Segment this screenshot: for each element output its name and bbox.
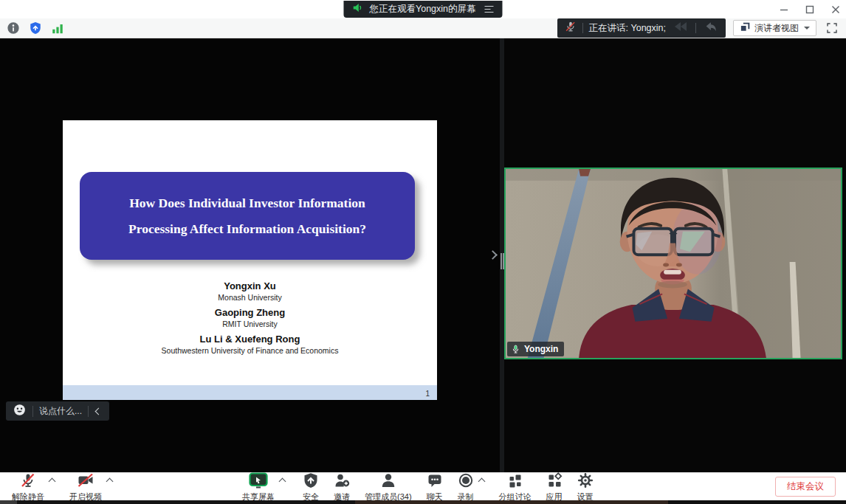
video-options-caret[interactable]: [106, 478, 114, 486]
video-panel: Yongxin: [504, 38, 846, 472]
undo-arrow-icon[interactable]: [702, 20, 718, 36]
settings-button[interactable]: 设置: [576, 472, 595, 501]
participant-video[interactable]: Yongxin: [504, 168, 842, 359]
divider: [32, 406, 33, 417]
banner-menu-icon[interactable]: [485, 6, 494, 13]
collapse-chevron-icon[interactable]: [95, 407, 103, 415]
emoji-smiley-icon[interactable]: [13, 403, 27, 420]
chat-button[interactable]: 聊天: [425, 472, 444, 501]
watching-banner-text: 您正在观看Yongxin的屏幕: [369, 3, 475, 15]
topbar-right: 正在讲话: Yongxin; 演讲者视图: [557, 18, 840, 38]
record-options-caret[interactable]: [478, 478, 485, 486]
divider: [88, 406, 89, 417]
security-button[interactable]: 安全: [301, 472, 320, 501]
start-video-label: 开启视频: [69, 492, 102, 501]
chat-bubble-icon: [427, 472, 443, 491]
end-meeting-button[interactable]: 结束会议: [775, 477, 836, 497]
settings-label: 设置: [577, 492, 594, 501]
invite-label: 邀请: [334, 492, 350, 501]
webcam-scene: [506, 169, 841, 358]
unmute-label: 解除静音: [12, 492, 44, 501]
manage-participants-button[interactable]: 管理成员(34): [363, 472, 413, 501]
security-shield-icon: [303, 472, 319, 491]
divider: [695, 23, 696, 33]
record-label: 录制: [458, 492, 474, 501]
speaking-label: 正在讲话: Yongxin;: [589, 22, 666, 35]
slide-title-line2: Processing Affect Information Acquisitio…: [80, 216, 415, 242]
close-button[interactable]: [830, 4, 840, 14]
author-name: Gaoping Zheng: [63, 306, 437, 319]
main-area: How Does Individual Investor Information…: [0, 38, 846, 472]
chat-label: 聊天: [427, 492, 443, 501]
presentation-slide: How Does Individual Investor Information…: [63, 120, 437, 400]
connection-signal-icon[interactable]: [50, 21, 65, 35]
bottom-toolbar: 解除静音 开启视频 共享屏幕 安全: [0, 472, 846, 500]
expand-panel-chevron[interactable]: [488, 250, 498, 260]
manage-participants-label: 管理成员(34): [365, 492, 412, 501]
desktop-edge-strip: [0, 500, 846, 504]
layout-view-icon: [740, 21, 751, 35]
apps-button[interactable]: 应用: [545, 472, 564, 501]
breakout-rooms-button[interactable]: 分组讨论: [498, 472, 533, 501]
chevron-down-icon: [804, 27, 810, 30]
participant-name-tag: Yongxin: [507, 342, 564, 356]
slide-title-box: How Does Individual Investor Information…: [80, 172, 415, 260]
watching-banner: 您正在观看Yongxin的屏幕: [343, 1, 502, 18]
chat-input-placeholder[interactable]: 说点什么...: [39, 405, 82, 418]
speaker-view-button[interactable]: 演讲者视图: [733, 20, 816, 36]
security-label: 安全: [303, 492, 319, 501]
record-icon: [458, 472, 474, 491]
minimize-button[interactable]: [779, 4, 788, 14]
invite-button[interactable]: 邀请: [332, 472, 351, 501]
share-screen-icon: [249, 472, 268, 491]
record-button[interactable]: 录制: [456, 472, 475, 501]
author-name: Lu Li & Xuefeng Rong: [63, 333, 437, 345]
meeting-info-icon[interactable]: [6, 21, 21, 35]
author-name: Yongxin Xu: [63, 280, 437, 292]
encryption-shield-icon[interactable]: [28, 21, 43, 35]
unmute-button[interactable]: 解除静音: [10, 472, 46, 501]
drag-handle[interactable]: [501, 253, 504, 269]
shared-screen-area: How Does Individual Investor Information…: [0, 38, 500, 472]
meeting-window: 您正在观看Yongxin的屏幕: [0, 0, 846, 504]
rewind-arrows-icon[interactable]: [672, 20, 689, 36]
title-bar: 您正在观看Yongxin的屏幕: [0, 0, 846, 18]
apps-label: 应用: [546, 492, 563, 501]
share-options-caret[interactable]: [279, 478, 286, 486]
fullscreen-icon[interactable]: [824, 20, 840, 36]
quick-chat-pill: 说点什么...: [6, 401, 109, 421]
camera-off-icon: [77, 472, 94, 491]
apps-icon: [546, 472, 563, 491]
slide-authors: Yongxin Xu Monash University Gaoping Zhe…: [63, 277, 437, 356]
breakout-rooms-label: 分组讨论: [499, 492, 532, 501]
active-speaker-indicator: 正在讲话: Yongxin;: [557, 18, 726, 38]
window-controls: [779, 0, 840, 18]
divider: [582, 23, 583, 33]
top-bar: 正在讲话: Yongxin; 演讲者视图: [0, 18, 846, 38]
participants-icon: [380, 472, 396, 491]
mic-icon: [511, 345, 520, 354]
breakout-rooms-icon: [507, 472, 523, 491]
participant-name: Yongxin: [524, 344, 558, 354]
author-affiliation: RMIT University: [63, 319, 437, 330]
author-affiliation: Monash University: [63, 292, 437, 303]
meeting-info-icons: [6, 21, 65, 35]
slide-footer-strip: 1: [63, 385, 437, 400]
mic-muted-icon: [20, 472, 36, 491]
slide-page-number: 1: [425, 390, 430, 398]
maximize-button[interactable]: [805, 4, 814, 14]
gear-icon: [577, 472, 594, 491]
mic-options-caret[interactable]: [49, 478, 56, 486]
muted-mic-icon: [565, 21, 577, 35]
author-affiliation: Southwestern University of Finance and E…: [63, 345, 437, 356]
speaker-icon: [352, 2, 363, 16]
start-video-button[interactable]: 开启视频: [68, 472, 103, 501]
share-screen-button[interactable]: 共享屏幕: [241, 472, 276, 501]
share-screen-label: 共享屏幕: [242, 492, 275, 501]
speaker-view-label: 演讲者视图: [754, 22, 799, 35]
invite-person-icon: [334, 472, 350, 491]
slide-title-line1: How Does Individual Investor Information: [80, 190, 415, 216]
